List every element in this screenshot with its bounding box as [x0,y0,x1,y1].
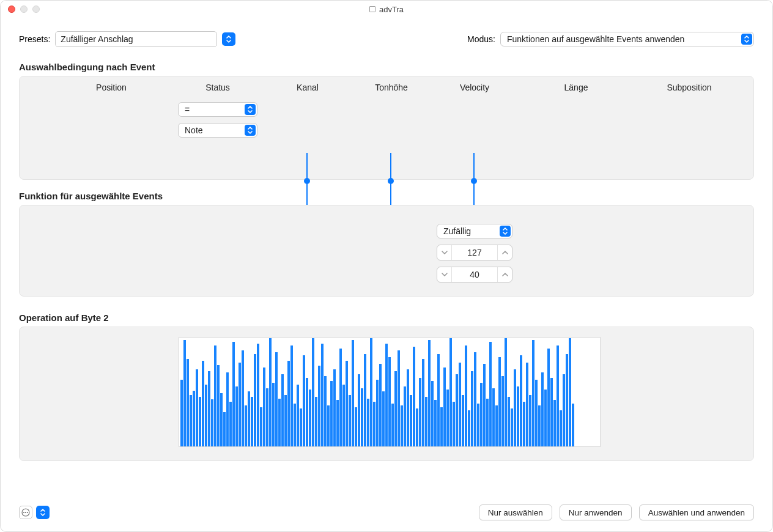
preset-menu-button[interactable] [222,32,235,46]
chart-bar [532,340,534,446]
chart-bar [318,366,320,446]
connector-handle-velocity[interactable] [471,178,477,184]
chart-bar [190,395,192,446]
chart-bar [306,378,308,446]
operation-panel [19,327,754,461]
chart-bar [245,405,247,446]
modus-select[interactable]: Funktionen auf ausgewählte Events anwend… [500,32,754,46]
chart-bar [205,385,207,446]
condition-section-title: Auswahlbedingung nach Event [19,62,754,72]
chart-bar [287,361,290,446]
select-only-label: Nur auswählen [488,508,543,517]
col-subposition: Subposition [667,83,711,92]
chart-bar [514,369,516,446]
chart-bar [290,345,293,446]
chart-bar [419,378,421,446]
chevron-down-icon[interactable] [437,267,452,282]
chart-bar [382,391,385,446]
chart-bar [422,359,424,446]
apply-only-button[interactable]: Nur anwenden [560,504,632,520]
velocity-min-stepper[interactable]: 40 [437,267,512,283]
chart-bar [321,344,324,446]
connector-handle-kanal[interactable] [304,178,310,184]
chart-bar [272,383,275,446]
chart-bar [437,354,440,446]
chart-bar [553,400,556,446]
updown-icon [500,226,511,237]
chart-bar [425,397,427,446]
chart-bar [248,391,250,446]
chart-bar [220,393,223,446]
chart-bar [370,338,372,446]
chart-bar [239,363,241,446]
col-kanal: Kanal [297,83,319,92]
chart-bar [557,345,559,446]
status-compare-select[interactable]: = [178,102,257,117]
chart-bar [254,354,256,446]
chevron-up-icon[interactable] [497,245,512,260]
chart-bar [508,397,510,446]
svg-point-2 [25,512,26,513]
chart-bar [266,388,268,446]
connector-handle-tonhoehe[interactable] [388,178,394,184]
chart-bar [547,349,550,446]
select-only-button[interactable]: Nur auswählen [479,504,552,520]
chart-bar [468,410,470,446]
chart-bar [309,390,311,446]
preset-name-input[interactable]: Zufälliger Anschlag [55,31,217,47]
chart-bar [361,388,363,446]
chart-bar [352,340,354,446]
chart-bar [202,361,204,446]
updown-icon [226,35,232,43]
chart-bar [529,395,531,446]
chart-bar [544,390,547,446]
chart-bar [180,380,183,446]
chart-bar [453,402,455,446]
chart-bar [465,345,467,446]
col-status: Status [205,83,230,92]
chart-bar [410,395,412,446]
chevron-down-icon[interactable] [437,245,452,260]
chart-bar [336,400,339,446]
ellipsis-icon [21,508,30,517]
chart-bar [428,340,431,446]
col-tonhoehe: Tonhöhe [375,83,408,92]
chart-bar [391,404,394,446]
chart-bar [327,405,330,446]
chart-bar [483,364,486,446]
more-actions-menu-button[interactable] [36,506,50,519]
status-type-select[interactable]: Note [178,123,257,138]
updown-icon [245,125,256,136]
chart-bar [404,386,406,446]
chart-bar [199,397,201,446]
chart-bar [324,376,327,446]
chart-bar [388,357,391,446]
chart-bar [523,402,525,446]
chart-bar [401,405,403,446]
chart-bar [456,374,458,446]
chart-bar [501,376,504,446]
chart-bar [333,369,336,446]
chart-bar [367,399,369,446]
more-actions-button[interactable] [19,506,32,519]
chart-bar [269,338,272,446]
col-velocity: Velocity [460,83,489,92]
select-and-apply-button[interactable]: Auswählen und anwenden [639,504,754,520]
velocity-mode-select[interactable]: Zufällig [437,224,512,238]
modus-value: Funktionen auf ausgewählte Events anwend… [507,34,684,44]
status-compare-value: = [185,105,190,114]
velocity-max-stepper[interactable]: 127 [437,245,512,260]
chart-bar [560,410,562,446]
chart-bar [449,338,452,446]
chevron-up-icon[interactable] [497,267,512,282]
chart-bar [572,404,574,446]
chart-bar [474,352,476,446]
byte2-chart [179,337,601,447]
chart-bar [471,371,473,446]
footer-bar: Nur auswählen Nur anwenden Auswählen und… [1,504,772,520]
window-titlebar: advTra [1,1,772,18]
svg-point-3 [27,512,28,513]
chart-bar [566,354,568,446]
chart-bar [346,361,348,446]
doc-icon [369,6,375,12]
